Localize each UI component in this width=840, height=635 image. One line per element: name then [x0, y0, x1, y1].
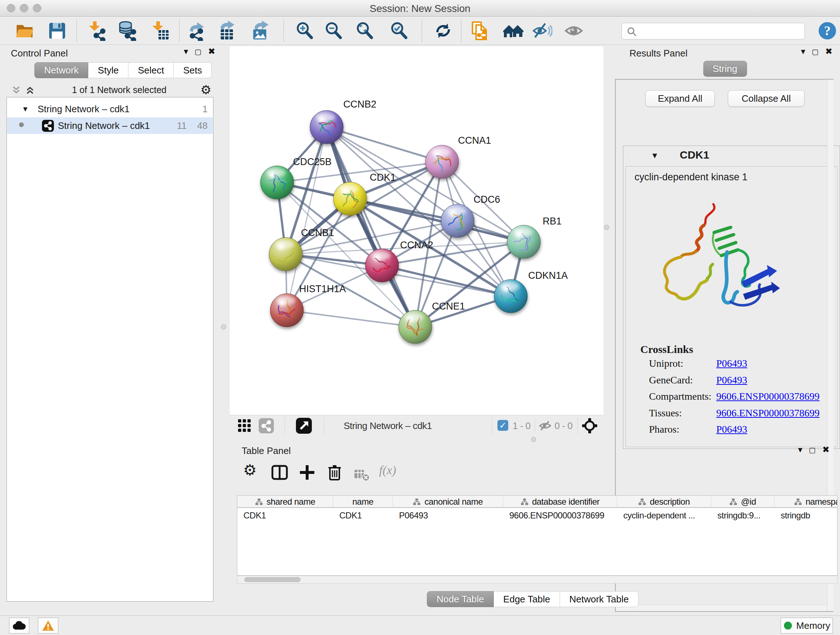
add-column-icon[interactable] [298, 463, 316, 481]
gene-expander-icon[interactable]: ▼ [651, 151, 659, 160]
network-edge-CCNB2-HIST1H1A[interactable] [287, 127, 327, 310]
tab-edge-table[interactable]: Edge Table [494, 591, 560, 607]
zoom-selected-icon[interactable] [389, 21, 409, 41]
column-header-name[interactable]: name [333, 496, 393, 508]
network-node-CCNB1[interactable]: CCNB1 [269, 227, 334, 271]
tab-network[interactable]: Network [34, 62, 88, 78]
birdseye-view-icon[interactable] [259, 418, 274, 433]
import-network-file-icon[interactable] [86, 21, 106, 41]
column-header-description[interactable]: description [617, 496, 711, 508]
crosslink-link[interactable]: 9606.ENSP00000378699 [716, 391, 819, 402]
cloud-status-button[interactable] [9, 618, 29, 633]
apply-layout-icon[interactable] [433, 21, 453, 41]
crosslink-link[interactable]: P06493 [716, 358, 747, 369]
delete-table-icon[interactable] [354, 466, 370, 484]
network-node-CCNA1[interactable]: CCNA1 [425, 135, 491, 179]
center-view-icon[interactable] [582, 418, 597, 433]
table-cell[interactable]: 9606.ENSP00000378699 [503, 509, 617, 523]
table-settings-gear-icon[interactable]: ⚙ [243, 461, 261, 479]
tab-node-table[interactable]: Node Table [427, 591, 494, 607]
bottom-splitter-grip[interactable] [531, 437, 536, 442]
table-panel-title: Table Panel [242, 445, 291, 456]
panel-menu-icon[interactable]: ▾ [801, 46, 805, 57]
hide-selected-icon[interactable] [532, 21, 553, 41]
network-edge-CCNB2-CCNE1[interactable] [327, 127, 415, 327]
panel-menu-icon[interactable]: ▾ [798, 445, 802, 455]
collapse-all-button[interactable]: Collapse All [728, 90, 805, 107]
delete-column-icon[interactable] [325, 463, 344, 481]
panel-float-icon[interactable]: ▢ [195, 48, 202, 56]
zoom-out-icon[interactable] [324, 21, 344, 41]
show-all-icon[interactable] [564, 21, 584, 41]
expand-all-button[interactable]: Expand All [645, 90, 715, 107]
network-options-gear-icon[interactable]: ⚙ [201, 82, 211, 97]
crosslink-row: Tissues:9606.ENSP00000378699 [649, 407, 682, 419]
open-session-icon[interactable] [14, 21, 35, 41]
function-builder-icon[interactable]: f(x) [379, 463, 397, 481]
network-node-HIST1H1A[interactable]: HIST1H1A [270, 283, 346, 327]
panel-float-icon[interactable]: ▢ [812, 48, 819, 56]
column-header-database-identifier[interactable]: database identifier [503, 496, 617, 508]
column-header-@id[interactable]: @id [711, 496, 775, 508]
column-header-shared-name[interactable]: shared name [237, 496, 333, 508]
export-network-icon[interactable] [187, 21, 207, 41]
first-neighbors-icon[interactable] [503, 21, 523, 41]
import-table-icon[interactable] [149, 21, 169, 41]
panel-close-icon[interactable]: ✖ [825, 46, 832, 57]
column-type-icon [521, 498, 529, 505]
search-input[interactable] [641, 24, 800, 38]
network-edge-CCNB2-CCNA1[interactable] [327, 127, 442, 162]
zoom-in-icon[interactable] [294, 21, 315, 41]
export-image-icon[interactable] [250, 21, 271, 41]
clone-network-icon[interactable] [470, 21, 491, 41]
memory-button[interactable]: Memory [781, 618, 833, 633]
table-cell[interactable]: P06493 [393, 509, 503, 523]
network-collection-row[interactable]: ▼ String Network – cdk1 1 [7, 101, 213, 117]
network-node-RB1[interactable]: RB1 [507, 216, 562, 258]
table-cell[interactable]: cyclin-dependent ... [617, 509, 711, 523]
panel-float-icon[interactable]: ▢ [809, 446, 816, 454]
selected-count-checkbox[interactable]: ✓ [497, 420, 508, 431]
panel-menu-icon[interactable]: ▾ [184, 46, 188, 57]
network-edge-HIST1H1A-CCNE1[interactable] [287, 310, 415, 327]
open-in-window-icon[interactable] [296, 418, 312, 434]
right-splitter-grip[interactable] [604, 225, 609, 230]
collapse-all-icon[interactable] [11, 85, 22, 96]
help-icon[interactable]: ? [817, 21, 837, 41]
zoom-fit-icon[interactable] [355, 21, 375, 41]
network-selection-status: 1 of 1 Network selected [72, 85, 166, 95]
show-columns-icon[interactable] [271, 463, 289, 481]
panel-close-icon[interactable]: ✖ [822, 445, 829, 455]
hidden-count-eye-icon[interactable] [539, 420, 551, 431]
grid-view-icon[interactable] [238, 419, 251, 432]
table-cell[interactable]: CDK1 [237, 509, 333, 523]
table-scrollbar-thumb[interactable] [244, 577, 301, 582]
tab-sets[interactable]: Sets [174, 62, 212, 78]
crosslink-link[interactable]: P06493 [716, 424, 747, 435]
warning-status-button[interactable] [38, 618, 58, 633]
tab-string[interactable]: String [703, 61, 747, 77]
network-list-header: 1 of 1 Network selected ⚙ [9, 84, 211, 96]
column-header-namespace[interactable]: namespace [775, 496, 837, 508]
tree-expander-icon[interactable]: ▼ [22, 101, 29, 117]
table-cell[interactable]: CDK1 [333, 509, 393, 523]
network-node-CDKN1A[interactable]: CDKN1A [494, 270, 568, 313]
import-network-database-icon[interactable] [117, 21, 137, 41]
network-row[interactable]: ● String Network – cdk1 11 48 [7, 117, 213, 134]
panel-close-icon[interactable]: ✖ [208, 46, 215, 57]
save-session-icon[interactable] [47, 21, 67, 41]
tab-style[interactable]: Style [88, 62, 128, 78]
export-table-icon[interactable] [218, 21, 238, 41]
left-splitter-grip[interactable] [221, 325, 226, 329]
network-canvas[interactable]: CCNB2CCNA1CDC25BCDK1CDC6RB1CCNB1CCNA2CDK… [230, 46, 603, 415]
table-row[interactable]: CDK1CDK1P064939606.ENSP00000378699cyclin… [237, 509, 837, 523]
crosslink-link[interactable]: P06493 [716, 374, 747, 386]
expand-all-icon[interactable] [25, 85, 35, 96]
tab-network-table[interactable]: Network Table [560, 591, 638, 607]
column-header-canonical-name[interactable]: canonical name [393, 496, 503, 508]
edge-count: 48 [197, 117, 208, 134]
crosslink-link[interactable]: 9606.ENSP00000378699 [716, 407, 819, 419]
table-cell[interactable]: stringdb [775, 509, 837, 523]
table-cell[interactable]: stringdb:9... [711, 509, 775, 523]
tab-select[interactable]: Select [128, 62, 174, 78]
